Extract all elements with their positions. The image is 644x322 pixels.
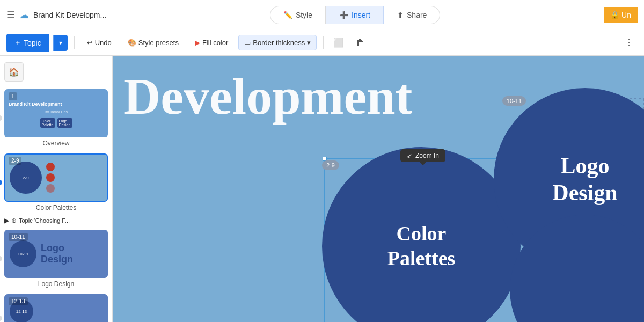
node-logo-text: LogoDesign	[552, 152, 617, 207]
add-topic-dropdown[interactable]: ▾	[53, 35, 68, 51]
badge-2-9: 2-9	[322, 160, 339, 170]
more-options-button[interactable]: ⋮	[620, 34, 638, 52]
zoom-icon: ↙	[407, 152, 412, 159]
slide-num-4: 12-13	[9, 297, 28, 305]
frame-button[interactable]: ⬜	[330, 34, 347, 52]
topic-row[interactable]: ▶ ⊕ Topic 'Choosing F...	[0, 215, 112, 226]
tab-share[interactable]: ⬆ Share	[384, 6, 440, 24]
node-color-text: ColorPalettes	[387, 222, 456, 270]
play-icon: ▶	[4, 217, 9, 224]
toolbar: ＋ Topic ▾ ↩ Undo 🎨 Style presets ▶ Fill …	[0, 30, 644, 56]
slide-thumb-logo: 10-11 LogoDesign 10-11	[4, 230, 108, 278]
style-icon: ✏️	[283, 11, 292, 19]
slide-item-logo[interactable]: 10-11 LogoDesign 10-11 Logo Design	[0, 226, 112, 291]
add-topic-button[interactable]: ＋ Topic	[6, 34, 49, 52]
share-icon: ⬆	[397, 11, 404, 19]
app-identity: ☰ ☁ Brand Kit Developm...	[6, 9, 106, 21]
separator-2	[323, 36, 324, 49]
slide-dot-3	[0, 256, 2, 261]
canvas-area[interactable]: Development ColorPalettes ↙ ↙ Zo	[113, 56, 644, 322]
tab-style[interactable]: ✏️ Style	[270, 6, 326, 24]
border-thickness-button[interactable]: ▭ Border thickness ▾	[238, 35, 317, 50]
badge-10-11: 10-11	[502, 96, 526, 106]
slide-dot-2	[0, 180, 2, 185]
more-icon: ⋮	[625, 38, 633, 48]
style-presets-button[interactable]: 🎨 Style presets	[122, 35, 185, 50]
zoom-tooltip[interactable]: ↙ ↙ Zoom In Zoom In	[400, 149, 445, 162]
subtopic-icon: ⊕	[11, 217, 17, 224]
slide-dot-4	[0, 316, 2, 321]
sidebar: 🏠 Brand Kit Development By Tamal Das Col…	[0, 56, 113, 322]
separator-1	[74, 36, 75, 49]
canvas-title: Development	[123, 67, 413, 126]
main-tabs: ✏️ Style ➕ Insert ⬆ Share	[111, 6, 599, 24]
frame-icon: ⬜	[333, 38, 344, 48]
home-button[interactable]: 🏠	[4, 62, 24, 82]
slide-num-2: 2-9	[9, 157, 21, 165]
fill-color-icon: ▶	[195, 39, 200, 47]
insert-icon: ➕	[339, 11, 348, 19]
slide-thumb-bottom: 12-13 12-13	[4, 294, 108, 322]
top-bar-actions: 🔒 Un	[604, 7, 638, 23]
lock-icon: 🔒	[610, 11, 619, 19]
top-bar: ☰ ☁ Brand Kit Developm... ✏️ Style ➕ Ins…	[0, 0, 644, 30]
undo-icon: ↩	[87, 39, 93, 47]
delete-button[interactable]: 🗑	[352, 34, 369, 52]
cloud-icon: ☁	[19, 9, 29, 21]
trash-icon: 🗑	[356, 38, 364, 48]
lock-badge[interactable]: 🔒 Un	[604, 7, 638, 23]
main-layout: 🏠 Brand Kit Development By Tamal Das Col…	[0, 56, 644, 322]
slide-label-overview: Overview	[4, 140, 108, 147]
slide-thumb-color: 2-9 2-9	[4, 153, 108, 202]
plus-icon: ＋	[14, 38, 21, 48]
slide-item-bottom[interactable]: 12-13 12-13	[0, 291, 112, 322]
app-title: Brand Kit Developm...	[33, 11, 106, 19]
slide-label-color: Color Palettes	[4, 204, 108, 211]
tab-insert[interactable]: ➕ Insert	[326, 6, 384, 24]
slide-item-color[interactable]: 2-9 2-9 Color Palettes	[0, 150, 112, 215]
node-color-palettes[interactable]: ColorPalettes	[322, 147, 521, 322]
fill-color-button[interactable]: ▶ Fill color	[189, 35, 234, 50]
slide-num-3: 10-11	[9, 233, 28, 241]
dropdown-icon: ▾	[307, 39, 311, 47]
undo-button[interactable]: ↩ Undo	[81, 35, 118, 50]
style-presets-icon: 🎨	[128, 39, 136, 47]
slide-thumb-overview: Brand Kit Development By Tamal Das Color…	[4, 89, 108, 137]
slide-num-1: 1	[9, 92, 17, 100]
slide-dot-1	[0, 115, 2, 121]
menu-icon[interactable]: ☰	[6, 9, 15, 21]
slide-item-overview[interactable]: Brand Kit Development By Tamal Das Color…	[0, 86, 112, 150]
slide-label-logo: Logo Design	[4, 280, 108, 288]
border-icon: ▭	[244, 39, 251, 47]
home-icon: 🏠	[9, 67, 19, 77]
